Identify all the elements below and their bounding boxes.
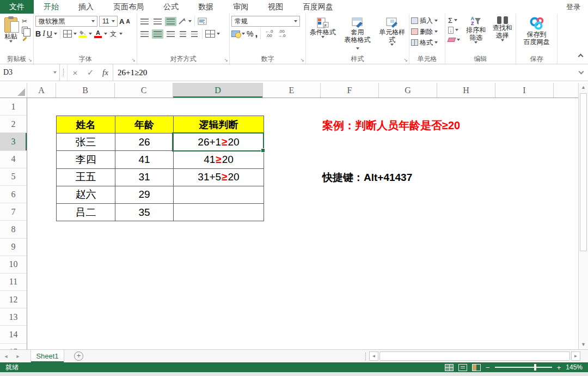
zoom-out-button[interactable]: − <box>486 363 490 372</box>
orientation-icon[interactable] <box>178 17 187 25</box>
active-cell-selection[interactable] <box>172 132 264 151</box>
cell-styles-button[interactable]: 单元格样式 <box>375 16 409 52</box>
column-header[interactable]: H <box>437 83 495 98</box>
cell-logic[interactable] <box>174 204 264 221</box>
autosum-button[interactable]: Σ <box>446 15 462 25</box>
page-layout-view-button[interactable] <box>458 364 467 371</box>
row-header[interactable]: 2 <box>0 116 27 133</box>
cell-logic[interactable] <box>174 186 264 204</box>
ribbon-tab[interactable]: 开始 <box>34 0 69 14</box>
scroll-down-icon[interactable]: ▼ <box>579 340 588 349</box>
ribbon-tab[interactable]: 插入 <box>69 0 103 14</box>
row-header[interactable]: 12 <box>0 291 27 308</box>
tab-file[interactable]: 文件 <box>0 0 34 14</box>
ribbon-tab[interactable]: 数据 <box>188 0 223 14</box>
align-left-button[interactable] <box>139 29 150 39</box>
format-as-table-button[interactable]: 套用 表格格式 <box>341 16 375 52</box>
cell-logic[interactable]: 31+5≥20 <box>174 169 264 186</box>
row-header[interactable]: 10 <box>0 256 27 274</box>
shrink-font-icon[interactable]: A <box>126 19 130 25</box>
column-header[interactable]: C <box>115 83 173 98</box>
prev-sheet-icon[interactable]: ◄ <box>0 350 12 362</box>
row-header[interactable]: 8 <box>0 221 27 238</box>
merge-dropdown-icon[interactable] <box>217 33 220 35</box>
dialog-launcher-icon[interactable]: ↘ <box>403 58 408 63</box>
font-name-select[interactable]: 微软雅黑 <box>35 16 97 27</box>
align-right-button[interactable] <box>165 29 176 39</box>
cell-age[interactable]: 29 <box>115 186 174 204</box>
percent-style-button[interactable]: % <box>247 29 253 38</box>
cell-logic[interactable]: 41≥20 <box>174 151 264 168</box>
ribbon-tab[interactable]: 视图 <box>258 0 293 14</box>
accounting-dropdown-icon[interactable] <box>242 33 245 35</box>
cell-name[interactable]: 李四 <box>57 151 115 168</box>
cell-name[interactable]: 吕二 <box>57 204 115 221</box>
row-header[interactable]: 7 <box>0 203 27 221</box>
sort-filter-button[interactable]: AZ 排序和筛选 <box>463 15 489 45</box>
column-header[interactable]: F <box>321 83 379 98</box>
wrap-text-icon[interactable] <box>198 17 207 26</box>
row-header[interactable]: 3 <box>0 133 27 150</box>
italic-button[interactable]: I <box>42 29 45 38</box>
cell-age[interactable]: 35 <box>115 204 174 221</box>
ribbon-tab[interactable]: 审阅 <box>223 0 258 14</box>
dialog-launcher-icon[interactable]: ↘ <box>224 58 228 63</box>
underline-dropdown-icon[interactable] <box>54 33 57 35</box>
horizontal-scrollbar[interactable]: ◄ ► <box>369 350 588 362</box>
increase-indent-icon[interactable] <box>189 29 199 39</box>
fill-button[interactable]: ↓ <box>446 25 462 35</box>
copy-icon[interactable] <box>22 27 28 34</box>
paste-button[interactable]: 粘贴 <box>2 16 20 44</box>
cell-name[interactable]: 赵六 <box>57 186 115 204</box>
insert-cells-button[interactable]: 插入 <box>409 15 445 26</box>
zoom-level[interactable]: 145% <box>566 363 583 371</box>
fill-dropdown-icon[interactable] <box>89 33 92 35</box>
scroll-up-icon[interactable]: ▲ <box>579 83 588 92</box>
page-break-view-button[interactable] <box>472 364 481 371</box>
align-bottom-button[interactable] <box>165 17 176 26</box>
borders-dropdown-icon[interactable] <box>74 33 77 35</box>
horizontal-scroll-thumb[interactable] <box>379 351 570 361</box>
dialog-launcher-icon[interactable]: ↘ <box>300 58 304 63</box>
column-header[interactable]: D <box>173 83 263 98</box>
delete-cells-button[interactable]: 删除 <box>409 26 445 37</box>
row-header[interactable]: 9 <box>0 239 27 256</box>
scroll-right-icon[interactable]: ► <box>571 351 580 361</box>
tab-bar-splitter[interactable] <box>362 350 369 362</box>
zoom-slider[interactable] <box>495 367 552 368</box>
enter-button[interactable]: ✓ <box>83 64 98 81</box>
column-header[interactable]: A <box>27 83 56 98</box>
font-size-select[interactable]: 11 <box>99 16 118 27</box>
align-center-button[interactable] <box>152 29 163 39</box>
next-sheet-icon[interactable]: ► <box>12 350 24 362</box>
number-format-select[interactable]: 常规 <box>231 16 300 27</box>
fill-color-button[interactable] <box>78 30 87 38</box>
decrease-decimal-icon[interactable]: .00 →.0 <box>276 29 287 38</box>
cell-name[interactable]: 王五 <box>57 169 115 186</box>
cell-age[interactable]: 31 <box>115 169 174 186</box>
column-header[interactable]: G <box>379 83 437 98</box>
insert-function-button[interactable]: fx <box>98 64 113 81</box>
decrease-indent-icon[interactable] <box>178 29 188 39</box>
find-select-button[interactable]: 查找和选择 <box>489 15 516 45</box>
collapse-ribbon-icon[interactable] <box>578 54 584 59</box>
cell-age[interactable]: 41 <box>115 151 174 168</box>
cancel-button[interactable]: × <box>68 64 83 81</box>
phonetic-dropdown-icon[interactable] <box>119 33 122 35</box>
row-header[interactable]: 4 <box>0 151 27 168</box>
save-to-baidu-button[interactable]: 保存到 百度网盘 <box>516 15 557 47</box>
scroll-left-icon[interactable]: ◄ <box>369 351 378 361</box>
row-header[interactable]: 11 <box>0 274 27 291</box>
row-header[interactable]: 15 <box>0 344 27 349</box>
align-top-button[interactable] <box>139 17 150 26</box>
bold-button[interactable]: B <box>35 29 41 38</box>
expand-formula-bar-button[interactable] <box>574 64 588 81</box>
underline-button[interactable]: U <box>47 29 52 38</box>
row-header[interactable]: 14 <box>0 326 27 343</box>
comma-style-button[interactable]: , <box>255 28 258 39</box>
orientation-dropdown-icon[interactable] <box>188 20 192 22</box>
row-header[interactable]: 1 <box>0 98 27 116</box>
ribbon-tab[interactable]: 页面布局 <box>103 0 154 14</box>
clear-button[interactable] <box>446 35 462 45</box>
zoom-in-button[interactable]: + <box>557 363 561 372</box>
